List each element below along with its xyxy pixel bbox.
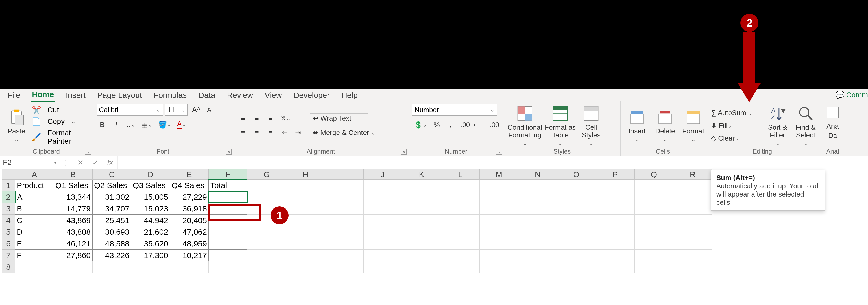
insert-cells-button[interactable]: Insert⌄	[624, 109, 650, 143]
format-cells-button[interactable]: Format⌄	[681, 109, 706, 143]
col-header-G[interactable]: G	[247, 170, 286, 180]
cell[interactable]	[673, 215, 712, 226]
cell[interactable]	[673, 226, 712, 238]
cell[interactable]	[364, 191, 402, 203]
cell[interactable]	[325, 250, 364, 261]
formula-input[interactable]	[118, 156, 868, 169]
increase-decimal-button[interactable]: .00→	[459, 119, 479, 130]
col-header-O[interactable]: O	[557, 170, 596, 180]
col-header-P[interactable]: P	[596, 170, 634, 180]
cell-D2[interactable]: 15,005	[131, 191, 170, 203]
cell[interactable]	[247, 238, 286, 250]
cell[interactable]	[364, 203, 402, 215]
cell[interactable]	[131, 261, 170, 273]
decrease-indent-button[interactable]: ⇤	[278, 128, 290, 138]
tab-home[interactable]: Home	[31, 88, 55, 102]
cell[interactable]	[519, 226, 557, 238]
fill-color-button[interactable]: 🪣⌄	[156, 119, 173, 130]
cell-B4[interactable]: 43,869	[54, 215, 93, 226]
col-header-Q[interactable]: Q	[634, 170, 673, 180]
tab-view[interactable]: View	[264, 89, 283, 101]
cell[interactable]	[402, 203, 441, 215]
cell[interactable]	[325, 203, 364, 215]
row-header-2[interactable]: 2	[2, 191, 15, 203]
cell-C4[interactable]: 25,451	[93, 215, 131, 226]
font-name-select[interactable]: Calibri⌄	[96, 104, 163, 116]
cell[interactable]	[402, 226, 441, 238]
cell[interactable]	[170, 261, 209, 273]
col-header-E[interactable]: E	[170, 170, 209, 180]
cell[interactable]	[402, 191, 441, 203]
cell-F2[interactable]	[209, 191, 247, 203]
col-header-A[interactable]: A	[15, 170, 54, 180]
tab-formulas[interactable]: Formulas	[153, 89, 188, 101]
cell[interactable]	[247, 261, 286, 273]
clipboard-dialog-launcher[interactable]: ↘	[85, 149, 91, 155]
cell[interactable]	[634, 203, 673, 215]
cancel-formula-button[interactable]: ✕	[73, 156, 88, 169]
border-button[interactable]: ▦⌄	[140, 119, 154, 130]
cell[interactable]	[364, 226, 402, 238]
cell-F5[interactable]	[209, 226, 247, 238]
cell-B3[interactable]: 14,779	[54, 203, 93, 215]
cell[interactable]	[673, 238, 712, 250]
row-header-5[interactable]: 5	[2, 226, 15, 238]
col-header-N[interactable]: N	[519, 170, 557, 180]
cell[interactable]	[480, 250, 519, 261]
cell-F1[interactable]: Total	[209, 180, 247, 191]
cell[interactable]	[209, 261, 247, 273]
cell-A5[interactable]: D	[15, 226, 54, 238]
cell[interactable]	[286, 203, 325, 215]
comments-button[interactable]: 💬 Comm	[835, 90, 868, 99]
cell[interactable]	[325, 226, 364, 238]
cell[interactable]	[247, 250, 286, 261]
cell[interactable]	[673, 261, 712, 273]
cell[interactable]	[557, 180, 596, 191]
cell-C5[interactable]: 30,693	[93, 226, 131, 238]
cell-B1[interactable]: Q1 Sales	[54, 180, 93, 191]
cell[interactable]	[557, 250, 596, 261]
cell[interactable]	[596, 180, 634, 191]
comma-button[interactable]: ,	[445, 119, 457, 130]
cell[interactable]	[634, 261, 673, 273]
cell[interactable]	[673, 180, 712, 191]
cell-E2[interactable]: 27,229	[170, 191, 209, 203]
cell[interactable]	[673, 203, 712, 215]
cell[interactable]	[480, 191, 519, 203]
cell[interactable]	[557, 191, 596, 203]
cell-D6[interactable]: 35,620	[131, 238, 170, 250]
align-bottom-button[interactable]: ≡	[265, 113, 276, 124]
cell[interactable]	[441, 238, 480, 250]
cell-F6[interactable]	[209, 238, 247, 250]
cell-D4[interactable]: 44,942	[131, 215, 170, 226]
tab-review[interactable]: Review	[226, 89, 254, 101]
cell[interactable]	[519, 203, 557, 215]
orientation-button[interactable]: ⤭⌄	[278, 113, 292, 124]
cell[interactable]	[596, 215, 634, 226]
cell-E5[interactable]: 47,062	[170, 226, 209, 238]
cell-E1[interactable]: Q4 Sales	[170, 180, 209, 191]
cell-B2[interactable]: 13,344	[54, 191, 93, 203]
merge-center-button[interactable]: ⬌ Merge & Center ⌄	[310, 128, 389, 138]
cell[interactable]	[480, 203, 519, 215]
cell[interactable]	[519, 180, 557, 191]
cell-A6[interactable]: E	[15, 238, 54, 250]
currency-button[interactable]: 💲⌄	[412, 119, 429, 130]
cell[interactable]	[557, 203, 596, 215]
cell-A3[interactable]: B	[15, 203, 54, 215]
cell-D3[interactable]: 15,023	[131, 203, 170, 215]
cell[interactable]	[286, 180, 325, 191]
cell[interactable]	[673, 250, 712, 261]
cell[interactable]	[441, 203, 480, 215]
decrease-decimal-button[interactable]: ←.00	[481, 119, 501, 130]
align-left-button[interactable]: ≡	[237, 128, 249, 138]
cell-C3[interactable]: 34,707	[93, 203, 131, 215]
cell[interactable]	[441, 215, 480, 226]
italic-button[interactable]: I	[110, 119, 122, 130]
cell[interactable]	[596, 203, 634, 215]
cut-button[interactable]: ✂️ Cut	[32, 106, 89, 115]
cell-E4[interactable]: 20,405	[170, 215, 209, 226]
cell[interactable]	[325, 238, 364, 250]
cell-E7[interactable]: 10,217	[170, 250, 209, 261]
col-header-R[interactable]: R	[673, 170, 712, 180]
